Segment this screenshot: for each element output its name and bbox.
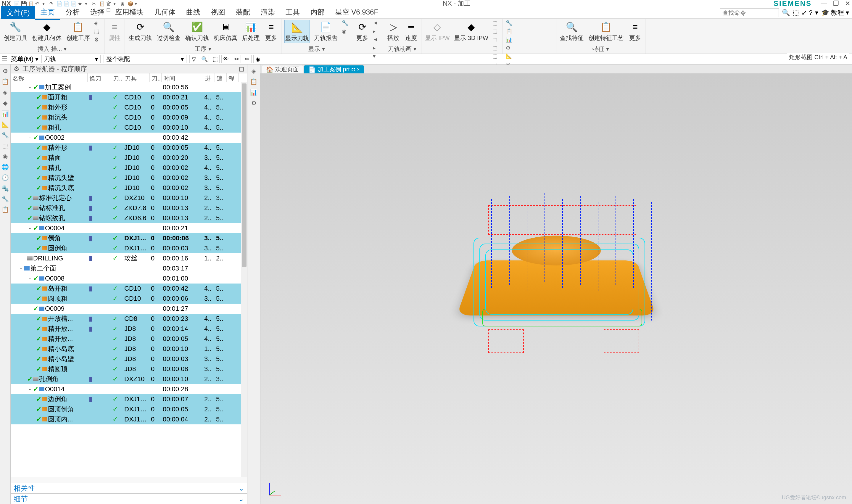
tree-row[interactable]: ✓面开粗▮✓CD10000:00:214..5.. <box>11 92 247 103</box>
resource-icon-4[interactable]: 📊 <box>1 109 10 118</box>
ribbon-small-icon-4-4[interactable]: ▾ <box>373 53 380 60</box>
menu-dropdown[interactable]: 菜单(M) ▾ <box>11 55 38 64</box>
qat-icon-0[interactable]: 📄 <box>14 1 19 6</box>
tree-row[interactable]: ✓岛开粗▮✓CD10000:00:424..5.. <box>11 284 247 293</box>
qat-icon-7[interactable]: 📄 <box>64 1 69 6</box>
ribbon-显示 3D IPW[interactable]: ◆显示 3D IPW <box>454 20 489 42</box>
resource-icon-0[interactable]: ⚙ <box>1 67 10 75</box>
help-icon-0[interactable]: ⬚ <box>793 9 799 17</box>
tree-row[interactable]: ✓精面✓JD10000:00:203..5.. <box>11 153 247 163</box>
tab-装配[interactable]: 装配 <box>231 6 255 20</box>
doc-tab-欢迎页面[interactable]: 🏠欢迎页面 <box>261 65 303 73</box>
qat-icon-15[interactable]: ◉ <box>121 1 126 6</box>
tree-row[interactable]: -第二个面00:03:17 <box>11 264 247 273</box>
ribbon-创建刀具[interactable]: 🔧创建刀具 <box>3 20 28 42</box>
ribbon-刀轨报告[interactable]: 📄刀轨报告 <box>313 20 338 42</box>
qat-icon-13[interactable]: 窗口 <box>106 1 112 6</box>
qat-icon-9[interactable]: ★ <box>78 1 83 6</box>
tab-几何体[interactable]: 几何体 <box>149 6 181 20</box>
tree-row[interactable]: ✓倒角▮✓DXJ1...000:00:063..5.. <box>11 233 247 243</box>
ribbon-small-icon-6-1[interactable]: ⬚ <box>492 28 500 35</box>
mid-icon-0[interactable]: ◈ <box>250 67 258 75</box>
ribbon-过切检查[interactable]: 🔍过切检查 <box>156 20 181 42</box>
tree-row[interactable]: DRILLING▮✓攻丝000:00:161..2.. <box>11 253 247 264</box>
tree-row[interactable]: -✓O000200:00:42 <box>11 132 247 143</box>
ribbon-small-icon-6-3[interactable]: ⬚ <box>492 45 500 52</box>
ribbon-small-icon-3-1[interactable]: ◉ <box>342 28 349 35</box>
selection-icon-3[interactable]: 👁 <box>221 55 230 63</box>
qat-icon-5[interactable]: ↷ <box>50 1 55 6</box>
help-icon-2[interactable]: ? <box>809 9 813 17</box>
ribbon-更多[interactable]: ≡更多 <box>264 20 278 42</box>
resource-icon-13[interactable]: 📋 <box>1 205 10 214</box>
related-panel[interactable]: 相关性⌄ <box>11 483 247 493</box>
ribbon-机床仿真[interactable]: 🖥机床仿真 <box>213 20 238 42</box>
navigator-tree[interactable]: -✓加工案例00:00:56✓面开粗▮✓CD10000:00:214..5..✓… <box>11 82 247 477</box>
ribbon-small-icon-0-2[interactable]: ⚙ <box>94 36 101 43</box>
expand-icon[interactable]: - <box>27 224 33 232</box>
tree-row[interactable]: ✓孔倒角▮✓DXZ10000:00:102..3.. <box>11 374 247 384</box>
col-speed[interactable]: 速 <box>215 73 227 82</box>
scrollbar[interactable] <box>241 82 247 477</box>
tree-row[interactable]: ✓圆倒角✓DXJ10...000:00:033..5.. <box>11 243 247 253</box>
expand-icon[interactable]: - <box>27 134 33 142</box>
ribbon-small-icon-7-1[interactable]: 📋 <box>506 28 513 35</box>
tree-row[interactable]: ✓精沉头壁✓JD10000:00:023..5.. <box>11 173 247 183</box>
tree-row[interactable]: ✓精外形▮✓JD10000:00:054..5.. <box>11 143 247 153</box>
tutorial-button[interactable]: 🎓 教程 ▾ <box>821 8 849 17</box>
ribbon-small-icon-7-0[interactable]: 🔧 <box>506 20 513 27</box>
mid-icon-3[interactable]: ⚙ <box>250 99 258 107</box>
tab-主页[interactable]: 主页 <box>35 6 60 20</box>
ribbon-更多[interactable]: ⟳更多 <box>355 20 369 42</box>
qat-icon-12[interactable]: 📋 <box>99 1 105 6</box>
qat-icon-8[interactable]: 📄 <box>71 1 76 6</box>
details-panel[interactable]: 细节⌄ <box>11 493 247 504</box>
qat-icon-10[interactable]: ▾ <box>85 1 90 6</box>
tab-渲染[interactable]: 渲染 <box>255 6 280 20</box>
tree-row[interactable]: -✓O000400:00:21 <box>11 223 247 233</box>
ribbon-small-icon-4-3[interactable]: ▸ <box>373 45 380 52</box>
qat-icon-4[interactable]: ▾ <box>42 1 48 6</box>
tree-row[interactable]: ✓精孔✓JD10000:00:024..5.. <box>11 163 247 173</box>
close-button[interactable]: ✕ <box>845 0 850 7</box>
selection-icon-2[interactable]: ⬚ <box>211 55 220 63</box>
ribbon-属性[interactable]: ≡属性 <box>107 20 122 42</box>
tree-row[interactable]: ✓粗孔✓CD10000:00:104..5.. <box>11 123 247 132</box>
tab-星空 V6.936F[interactable]: 星空 V6.936F <box>330 6 383 20</box>
tab-工具[interactable]: 工具 <box>280 6 305 20</box>
mid-icon-2[interactable]: 📊 <box>250 88 258 96</box>
tab-内部[interactable]: 内部 <box>305 6 330 20</box>
qat-icon-11[interactable]: ✂ <box>92 1 97 6</box>
ribbon-small-icon-6-4[interactable]: ⬚ <box>492 53 500 60</box>
selection-icon-4[interactable]: ✂ <box>232 55 241 63</box>
tab-曲线[interactable]: 曲线 <box>181 6 206 20</box>
ribbon-small-icon-6-2[interactable]: ⬚ <box>492 36 500 43</box>
expand-icon[interactable]: - <box>27 275 33 282</box>
ribbon-更多[interactable]: ≡更多 <box>628 20 642 42</box>
qat-icon-3[interactable]: ↶ <box>35 1 40 6</box>
ribbon-small-icon-4-2[interactable]: ◄ <box>373 36 380 43</box>
col-time[interactable]: 时间 <box>162 73 203 82</box>
selection-icon-6[interactable]: ◉ <box>253 55 262 63</box>
resource-icon-1[interactable]: 📋 <box>1 77 10 86</box>
qat-icon-2[interactable]: 📋 <box>28 1 33 6</box>
ribbon-生成刀轨[interactable]: ⟳生成刀轨 <box>128 20 153 42</box>
ribbon-small-icon-7-2[interactable]: 📊 <box>506 36 513 43</box>
ribbon-small-icon-4-1[interactable]: ▸ <box>373 28 380 35</box>
tree-row[interactable]: ✓精小岛底✓JD8000:00:101..5.. <box>11 344 247 354</box>
tab-选择[interactable]: 选择 <box>85 6 110 20</box>
resource-icon-8[interactable]: ◉ <box>1 152 10 160</box>
tree-row[interactable]: ✓精沉头底✓JD10000:00:023..5.. <box>11 183 247 193</box>
tree-row[interactable]: -✓O001400:00:28 <box>11 384 247 394</box>
tab-视图[interactable]: 视图 <box>206 6 231 20</box>
tree-row[interactable]: -✓O000900:01:27 <box>11 304 247 314</box>
expand-icon[interactable]: - <box>27 84 33 91</box>
qat-icon-17[interactable]: ▾ <box>135 1 140 6</box>
col-toolchange[interactable]: 换刀 <box>88 73 111 82</box>
tree-row[interactable]: -✓O000800:01:00 <box>11 273 247 284</box>
minimize-button[interactable]: — <box>821 0 827 7</box>
resource-icon-6[interactable]: 🔧 <box>1 131 10 139</box>
search-command-input[interactable] <box>720 8 779 17</box>
tree-row[interactable]: ✓精开放...✓JD8000:00:054..5.. <box>11 334 247 344</box>
resource-icon-5[interactable]: 📐 <box>1 120 10 128</box>
